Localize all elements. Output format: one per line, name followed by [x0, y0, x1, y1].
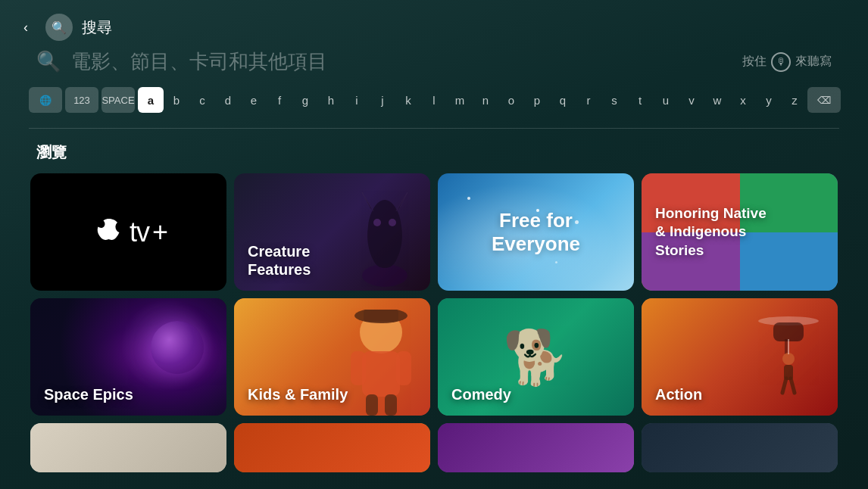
- card-kids-family[interactable]: Kids & Family: [234, 298, 430, 416]
- svg-point-2: [389, 219, 396, 226]
- card-comedy[interactable]: 🐕 Comedy: [438, 298, 634, 416]
- grid-row-1: tv + CreatureFeatures: [30, 173, 838, 291]
- card-appletv[interactable]: tv +: [30, 173, 226, 291]
- key-y[interactable]: y: [756, 87, 782, 113]
- svg-rect-8: [385, 394, 397, 416]
- search-bar-icon: 🔍: [36, 50, 61, 73]
- card-native-label: Honoring Native& IndigenousStories: [655, 204, 767, 260]
- key-d[interactable]: d: [215, 87, 241, 113]
- svg-line-17: [782, 378, 786, 393]
- search-icon: 🔍: [45, 14, 73, 41]
- card-bottom-3[interactable]: [438, 423, 634, 472]
- key-h[interactable]: h: [318, 87, 344, 113]
- back-button[interactable]: ‹: [15, 17, 36, 38]
- card-bottom-1[interactable]: [30, 423, 226, 472]
- key-t[interactable]: t: [627, 87, 653, 113]
- search-bar: 🔍 電影、節目、卡司和其他項目 按住 🎙 來聽寫: [0, 48, 868, 75]
- key-a[interactable]: a: [138, 87, 164, 113]
- svg-rect-12: [773, 322, 804, 341]
- key-123[interactable]: 123: [65, 87, 98, 113]
- card-comedy-label: Comedy: [451, 385, 511, 403]
- key-r[interactable]: r: [576, 87, 601, 113]
- keyboard: 🌐 123 SPACE a b c d e f g h i j k l m n …: [0, 87, 868, 113]
- header: ‹ 🔍 搜尋: [0, 0, 868, 48]
- key-s[interactable]: s: [601, 87, 627, 113]
- svg-rect-13: [785, 339, 788, 354]
- card-action[interactable]: Action: [642, 298, 838, 416]
- svg-rect-5: [351, 351, 366, 385]
- key-u[interactable]: u: [653, 87, 679, 113]
- card-bottom-4[interactable]: [642, 423, 838, 472]
- key-b[interactable]: b: [164, 87, 189, 113]
- key-p[interactable]: p: [524, 87, 550, 113]
- key-z[interactable]: z: [782, 87, 807, 113]
- key-globe[interactable]: 🌐: [29, 87, 62, 113]
- card-creature-label: CreatureFeatures: [248, 242, 311, 279]
- key-g[interactable]: g: [292, 87, 318, 113]
- svg-point-14: [782, 353, 795, 365]
- key-w[interactable]: w: [704, 87, 730, 113]
- card-creature-features[interactable]: CreatureFeatures: [234, 173, 430, 291]
- browse-label: 瀏覽: [0, 142, 868, 163]
- key-l[interactable]: l: [421, 87, 447, 113]
- svg-rect-4: [362, 351, 400, 397]
- mic-hint-text2: 來聽寫: [795, 54, 832, 70]
- card-space-label: Space Epics: [44, 385, 133, 403]
- card-native-stories[interactable]: Honoring Native& IndigenousStories: [642, 173, 838, 291]
- key-delete[interactable]: ⌫: [807, 87, 841, 113]
- mic-hint: 按住 🎙 來聽寫: [742, 52, 832, 72]
- key-x[interactable]: x: [730, 87, 756, 113]
- search-input-placeholder[interactable]: 電影、節目、卡司和其他項目: [71, 48, 732, 75]
- card-bottom-2[interactable]: [234, 423, 430, 472]
- svg-rect-6: [396, 351, 411, 385]
- card-space-epics[interactable]: Space Epics: [30, 298, 226, 416]
- svg-rect-7: [366, 394, 378, 416]
- card-free-everyone[interactable]: Free forEveryone: [438, 173, 634, 291]
- divider: [29, 128, 839, 129]
- key-m[interactable]: m: [447, 87, 473, 113]
- svg-rect-10: [364, 310, 398, 322]
- key-v[interactable]: v: [679, 87, 704, 113]
- key-o[interactable]: o: [498, 87, 524, 113]
- appletv-logo: tv +: [89, 216, 168, 249]
- key-f[interactable]: f: [267, 87, 292, 113]
- key-c[interactable]: c: [189, 87, 215, 113]
- grid-row-3: [30, 423, 838, 472]
- mic-hint-text1: 按住: [742, 54, 767, 70]
- card-action-label: Action: [655, 385, 702, 403]
- card-kids-label: Kids & Family: [248, 385, 348, 403]
- grid-row-2: Space Epics Kids & Family: [30, 298, 838, 416]
- key-space[interactable]: SPACE: [101, 87, 135, 113]
- mic-icon[interactable]: 🎙: [771, 52, 791, 72]
- tv-label: tv: [130, 216, 149, 248]
- svg-line-18: [791, 378, 795, 393]
- key-q[interactable]: q: [550, 87, 576, 113]
- header-title: 搜尋: [82, 17, 112, 38]
- svg-point-1: [373, 219, 381, 226]
- key-e[interactable]: e: [241, 87, 267, 113]
- tv-plus-label: +: [152, 216, 168, 248]
- browse-grid: tv + CreatureFeatures: [0, 173, 868, 472]
- key-n[interactable]: n: [473, 87, 498, 113]
- key-k[interactable]: k: [395, 87, 421, 113]
- key-j[interactable]: j: [370, 87, 395, 113]
- key-i[interactable]: i: [344, 87, 370, 113]
- card-free-label: Free forEveryone: [492, 208, 580, 255]
